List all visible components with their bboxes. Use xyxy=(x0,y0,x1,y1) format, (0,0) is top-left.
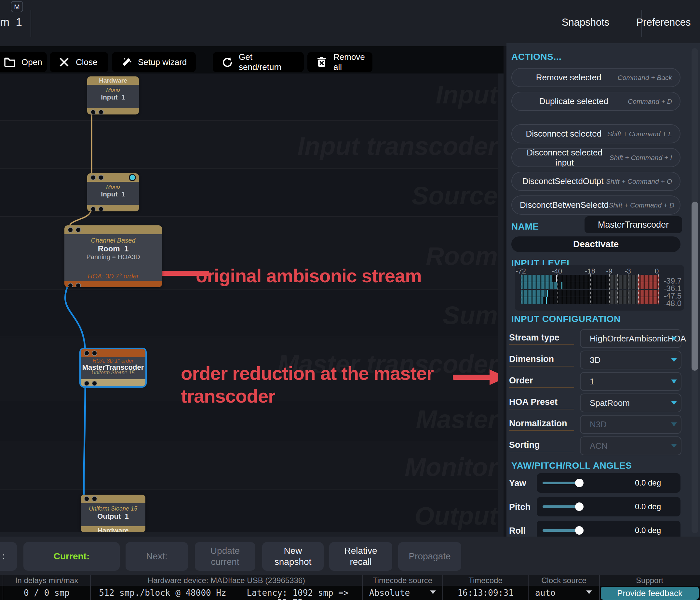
action-label: DisconctBetwenSelectd xyxy=(520,200,608,210)
pitch-value: 0.0 deg xyxy=(635,497,661,517)
chevron-down-icon xyxy=(671,358,677,362)
close-button[interactable]: Close xyxy=(50,52,108,72)
sorting-dropdown: ACN xyxy=(580,436,681,455)
yaw-value: 0.0 deg xyxy=(635,473,661,493)
current-label: Current: xyxy=(54,551,90,562)
action-shortcut: Command + Back xyxy=(618,74,672,82)
output-port[interactable] xyxy=(98,109,104,115)
disconnect-selected-input-button[interactable]: Disconnect selected input Shift + Comman… xyxy=(511,148,680,167)
dropdown-value: SpatRoom xyxy=(590,398,630,408)
wire-blue-2 xyxy=(84,382,85,495)
node-footer-label: Hardware xyxy=(81,526,145,532)
properties-panel: ACTIONS... Remove selected Command + Bac… xyxy=(506,43,700,536)
action-label: Disconnect selected xyxy=(520,129,608,139)
output-port[interactable] xyxy=(75,283,81,287)
canvas-vscrollbar[interactable] xyxy=(498,74,503,536)
yaw-label: Yaw xyxy=(509,478,526,489)
hoa-preset-dropdown[interactable]: SpatRoom xyxy=(580,394,681,412)
node-stream-label: HOA: 3D 7° order xyxy=(65,273,162,280)
name-section-title: NAME xyxy=(511,222,539,232)
disconnect-selected-button[interactable]: Disconnect selected Shift + Command + L xyxy=(511,124,680,144)
node-graph-canvas[interactable]: Input Input transcoder Source Room Sum M… xyxy=(0,74,503,536)
node-room[interactable]: Channel Based Room 1 Panning = HOA3D HOA… xyxy=(65,225,162,287)
sorting-label: Sorting xyxy=(509,440,540,450)
trash-x-icon xyxy=(316,56,328,68)
remove-selected-button[interactable]: Remove selected Command + Back xyxy=(511,68,680,87)
dropdown-value: 3D xyxy=(590,355,600,365)
slider-track xyxy=(543,529,579,532)
node-name-label: Room 1 xyxy=(65,244,162,253)
snapshots-partial-button[interactable]: : xyxy=(0,542,17,571)
input-port[interactable] xyxy=(92,350,97,356)
panel-scrollbar-thumb[interactable] xyxy=(692,202,698,371)
action-label: Disconnect selected input xyxy=(520,148,609,168)
output-port[interactable] xyxy=(84,380,90,386)
action-shortcut: Shift + Command + L xyxy=(608,130,672,138)
slider-knob[interactable] xyxy=(575,526,583,535)
input-port[interactable] xyxy=(84,496,90,502)
propagate-button[interactable]: Propagate xyxy=(398,542,461,571)
slider-knob[interactable] xyxy=(575,479,583,487)
disconnect-between-selected-button[interactable]: DisconctBetwenSelectd Shift + Command + … xyxy=(511,196,680,215)
action-label: Remove selected xyxy=(520,73,618,83)
action-label: Duplicate selected xyxy=(520,96,628,106)
slider-knob[interactable] xyxy=(575,502,583,511)
output-port[interactable] xyxy=(98,206,104,212)
dimension-dropdown[interactable]: 3D xyxy=(580,351,681,370)
slider-track xyxy=(543,482,579,484)
pitch-slider[interactable]: 0.0 deg xyxy=(537,497,680,517)
preferences-menu[interactable]: Preferences xyxy=(631,11,696,34)
magic-wand-icon xyxy=(120,56,132,68)
snapshots-menu[interactable]: Snapshots xyxy=(553,11,618,34)
order-dropdown[interactable]: 1 xyxy=(580,372,681,391)
input-port[interactable] xyxy=(98,175,104,180)
input-port[interactable] xyxy=(75,227,81,232)
node-detail-label: Panning = HOA3D xyxy=(65,253,162,261)
node-output[interactable]: Uniform Sloane 15 Output 1 Hardware xyxy=(81,495,145,532)
stream-type-dropdown[interactable]: HighOrderAmbisonicHOA xyxy=(580,329,681,348)
node-master-transcoder[interactable]: HOA: 3D 1° order MasterTranscoder Unifor… xyxy=(81,349,145,386)
block-size-value: 512 smp./block @ 48000 Hz xyxy=(98,588,228,598)
tab-title[interactable]: m 1 xyxy=(0,16,20,29)
stream-type-label: Stream type xyxy=(509,333,559,343)
node-name-label: Output 1 xyxy=(81,512,145,521)
disconnect-selected-output-button[interactable]: DisconctSelectdOutpt Shift + Command + O xyxy=(511,172,680,191)
get-send-return-button[interactable]: Get send/return xyxy=(213,52,304,72)
node-type-label: Mono xyxy=(87,184,139,190)
status-dot xyxy=(129,174,136,181)
current-snapshot-button[interactable]: Current: xyxy=(23,542,120,571)
update-current-button[interactable]: Update current xyxy=(195,542,255,571)
input-port[interactable] xyxy=(92,496,97,502)
remove-all-button[interactable]: Remove all xyxy=(307,52,372,72)
output-port[interactable] xyxy=(68,283,73,287)
input-port[interactable] xyxy=(68,227,73,232)
output-port[interactable] xyxy=(91,109,96,115)
chevron-down-icon xyxy=(671,422,677,426)
open-button[interactable]: Open xyxy=(0,52,47,72)
clock-source-dropdown[interactable]: auto xyxy=(535,588,581,598)
duplicate-selected-button[interactable]: Duplicate selected Command + D xyxy=(511,92,680,111)
timecode-source-dropdown[interactable]: Absolute xyxy=(369,588,428,598)
deactivate-button[interactable]: Deactivate xyxy=(511,236,680,252)
next-snapshot-button[interactable]: Next: xyxy=(126,542,188,571)
node-input[interactable]: Mono Input 1 xyxy=(87,173,139,211)
new-snapshot-button[interactable]: New snapshot xyxy=(262,542,324,571)
setup-wizard-button[interactable]: Setup wizard xyxy=(112,52,196,72)
hardware-device-header: Hardware device: MADIface USB (23965336) xyxy=(91,576,362,585)
node-hardware-input[interactable]: Hardware Mono Input 1 xyxy=(87,76,139,115)
annotation-original-stream: original ambisonic stream xyxy=(196,265,422,287)
input-configuration-section-title: INPUT CONFIGURATION xyxy=(511,314,621,324)
node-name-label: Input 1 xyxy=(87,93,139,101)
canvas-hscrollbar[interactable] xyxy=(0,532,498,536)
output-port[interactable] xyxy=(92,380,97,386)
latency-value: Latency: 1092 smp => 22.75 ms xyxy=(234,588,361,600)
output-port[interactable] xyxy=(91,206,96,212)
name-input[interactable]: MasterTranscoder xyxy=(584,216,682,233)
input-port[interactable] xyxy=(91,175,96,180)
relative-recall-button[interactable]: Relative recall xyxy=(329,542,392,571)
wire-layer xyxy=(0,74,503,536)
provide-feedback-button[interactable]: Provide feedback xyxy=(601,587,699,600)
input-port[interactable] xyxy=(84,350,90,356)
chevron-down-icon xyxy=(671,379,677,383)
yaw-slider[interactable]: 0.0 deg xyxy=(537,473,680,493)
